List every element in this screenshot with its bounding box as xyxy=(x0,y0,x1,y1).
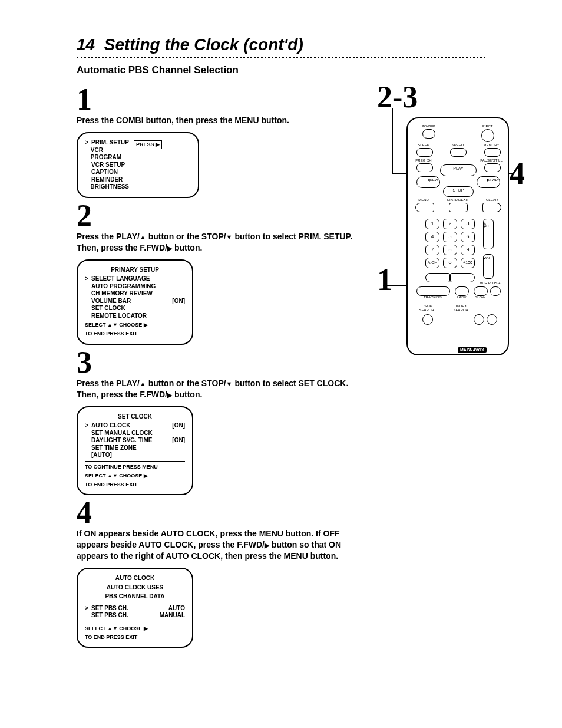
skip-search-button[interactable] xyxy=(422,314,433,325)
play-button[interactable]: PLAY xyxy=(440,164,477,176)
press-button-box: PRESS ▶ xyxy=(134,140,162,149)
statusexit-button[interactable] xyxy=(449,203,468,212)
slow-label: SLOW xyxy=(471,295,489,299)
num-1-button[interactable]: 1 xyxy=(425,219,439,229)
vcrplus-label: VCR PLUS + xyxy=(478,281,502,285)
osd4-val: MANUAL xyxy=(156,612,185,620)
remote-control: POWER EJECT SLEEP SPEED MEMORY PREG CH P… xyxy=(406,117,509,355)
triangle-up-icon xyxy=(140,378,146,388)
osd3-footer: TO END PRESS EXIT xyxy=(85,482,185,488)
pausestill-button[interactable] xyxy=(484,163,501,172)
memory-label: MEMORY xyxy=(481,143,501,147)
osd4-item: SET PBS CH. xyxy=(91,612,154,620)
osd3-val: [ON] xyxy=(164,437,185,444)
osd-2: PRIMARY SETUP >SELECT LANGUAGE AUTO PROG… xyxy=(77,259,193,345)
vol-rocker[interactable]: +VOL− xyxy=(483,254,494,279)
step-3-text: Press the PLAY/ button or the STOP/ butt… xyxy=(77,378,359,400)
num-2-button[interactable]: 2 xyxy=(443,219,457,229)
triangle-down-icon xyxy=(226,232,233,241)
osd3-item: AUTO CLOCK xyxy=(91,422,162,430)
leader-line xyxy=(392,108,393,173)
osd4-item: SET PBS CH. xyxy=(91,605,154,612)
fadv-button[interactable] xyxy=(455,286,469,296)
num-0-button[interactable]: 0 xyxy=(443,258,457,268)
slow-button[interactable] xyxy=(474,286,488,296)
osd1-item: BRIGHTNESS xyxy=(90,183,129,191)
step-1-number: 1 xyxy=(77,87,359,113)
tracking-label: TRACKING xyxy=(419,295,446,299)
brand-box: MAGNAVOX xyxy=(458,347,487,353)
osd4-footer: TO END PRESS EXIT xyxy=(85,634,185,641)
rew-button[interactable]: ◀ REW xyxy=(416,176,440,188)
clear-button[interactable] xyxy=(482,203,501,212)
clear-label: CLEAR xyxy=(483,198,501,202)
pregch-label: PREG CH xyxy=(414,159,434,162)
skip-label: SKIP xyxy=(419,304,437,308)
search-label: SEARCH xyxy=(416,308,437,312)
osd-4: AUTO CLOCK AUTO CLOCK USES PBS CHANNEL D… xyxy=(77,568,193,648)
osd1-item: REMINDER xyxy=(91,176,123,184)
osd-1: >PRIM. SETUP VCR PROGRAM VCR SETUP CAPTI… xyxy=(77,132,199,198)
right-column: 2-3 4 1 POWER EJECT SLEEP SPEED MEMORY P… xyxy=(377,82,536,88)
combi-right-button[interactable] xyxy=(450,273,475,282)
osd2-item: CH MEMORY REVIEW xyxy=(91,290,185,298)
tracking-button[interactable] xyxy=(416,286,450,296)
num-8-button[interactable]: 8 xyxy=(443,245,457,255)
osd2-footer: SELECT ▲▼ CHOOSE ▶ xyxy=(85,322,185,328)
tag-1: 1 xyxy=(377,265,392,295)
triangle-down-icon xyxy=(226,378,233,388)
dotted-rule xyxy=(77,57,485,58)
pausestill-label: PAUSE/STILL xyxy=(480,159,503,162)
memory-button[interactable] xyxy=(484,148,501,157)
num-6-button[interactable]: 6 xyxy=(461,232,475,242)
step-2-text: Press the PLAY/ button or the STOP/ butt… xyxy=(77,231,359,253)
leader-line xyxy=(383,285,409,286)
osd3-footer: TO CONTINUE PRESS MENU xyxy=(85,464,185,470)
osd2-item: SELECT LANGUAGE xyxy=(91,275,185,283)
ffwd-button[interactable]: F.FWD ▶ xyxy=(477,176,500,188)
step-3-number: 3 xyxy=(77,350,359,375)
osd2-item: SET CLOCK xyxy=(91,305,185,312)
sleep-button[interactable] xyxy=(416,148,433,157)
menu-label: MENU xyxy=(415,198,432,202)
num-9-button[interactable]: 9 xyxy=(461,245,475,255)
osd2-item: REMOTE LOCATOR xyxy=(91,312,185,320)
osd1-item: CAPTION xyxy=(91,169,118,176)
num-3-button[interactable]: 3 xyxy=(461,219,475,229)
num-4-button[interactable]: 4 xyxy=(425,232,439,242)
menu-button[interactable] xyxy=(415,203,434,212)
index-search-button-a[interactable] xyxy=(474,314,484,325)
pregch-button[interactable] xyxy=(416,163,433,172)
osd1-item: PRIM. SETUP xyxy=(91,139,129,147)
speed-label: SPEED xyxy=(449,143,467,147)
fadv-label: F.ADV xyxy=(452,295,470,299)
osd3-item: DAYLIGHT SVG. TIME xyxy=(91,437,162,444)
eject-button[interactable] xyxy=(481,129,494,142)
osd2-val: [ON] xyxy=(164,298,185,305)
stop-button[interactable]: STOP xyxy=(443,186,474,197)
triangle-up-icon xyxy=(140,232,146,241)
index-search-button-b[interactable] xyxy=(487,314,497,325)
num-5-button[interactable]: 5 xyxy=(443,232,457,242)
slow-plus-button[interactable] xyxy=(490,286,501,296)
osd3-item: SET TIME ZONE xyxy=(91,444,185,452)
triangle-right-icon xyxy=(167,390,172,399)
step-1-text: Press the COMBI button, then press the M… xyxy=(77,115,359,126)
speed-button[interactable] xyxy=(450,148,467,157)
step-4-text: If ON appears beside AUTO CLOCK, press t… xyxy=(77,528,359,562)
ach-button[interactable]: A.CH xyxy=(425,258,439,268)
plus100-button[interactable]: +100 xyxy=(461,258,475,268)
power-button[interactable] xyxy=(422,129,435,139)
osd3-val: [ON] xyxy=(164,422,185,430)
page-title: 14 Setting the Clock (cont'd) xyxy=(77,35,538,54)
osd2-title: PRIMARY SETUP xyxy=(85,266,185,274)
subtitle: Automatic PBS Channel Selection xyxy=(77,64,538,76)
osd2-item: VOLUME BAR xyxy=(91,298,162,305)
osd4-sub: AUTO CLOCK USES xyxy=(85,584,185,592)
osd2-item: AUTO PROGRAMMING xyxy=(91,283,185,291)
osd3-title: SET CLOCK xyxy=(85,413,185,421)
num-7-button[interactable]: 7 xyxy=(425,245,439,255)
ch-rocker[interactable]: ∧CH∨ xyxy=(483,219,494,249)
search2-label: SEARCH xyxy=(451,308,471,312)
combi-left-button[interactable] xyxy=(425,273,450,282)
